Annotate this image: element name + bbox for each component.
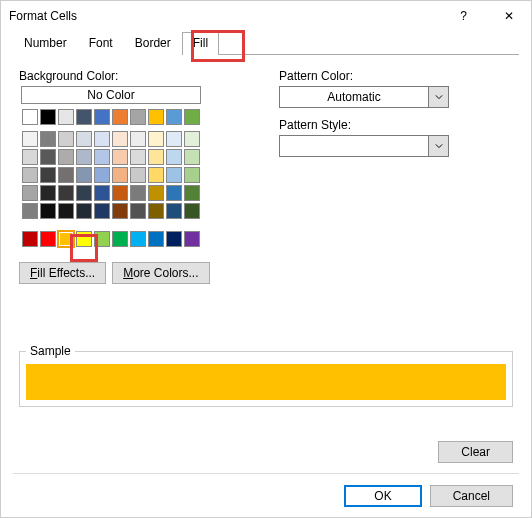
color-swatch[interactable] bbox=[94, 109, 110, 125]
sample-area: Sample bbox=[19, 351, 513, 407]
standard-color-row bbox=[21, 230, 201, 248]
color-swatch[interactable] bbox=[40, 109, 56, 125]
color-swatch[interactable] bbox=[22, 109, 38, 125]
color-swatch[interactable] bbox=[22, 131, 38, 147]
color-swatch[interactable] bbox=[166, 149, 182, 165]
color-swatch[interactable] bbox=[112, 203, 128, 219]
color-swatch[interactable] bbox=[40, 185, 56, 201]
color-swatch[interactable] bbox=[130, 231, 146, 247]
color-swatch[interactable] bbox=[40, 203, 56, 219]
color-swatch[interactable] bbox=[166, 167, 182, 183]
color-swatch[interactable] bbox=[58, 149, 74, 165]
color-swatch[interactable] bbox=[148, 131, 164, 147]
color-swatch[interactable] bbox=[58, 109, 74, 125]
color-swatch[interactable] bbox=[112, 109, 128, 125]
dialog-content: Background Color: No Color Fill Effects.… bbox=[1, 55, 531, 294]
color-swatch[interactable] bbox=[22, 231, 38, 247]
color-swatch[interactable] bbox=[94, 149, 110, 165]
color-swatch[interactable] bbox=[76, 185, 92, 201]
pattern-style-label: Pattern Style: bbox=[279, 118, 513, 132]
color-swatch[interactable] bbox=[112, 231, 128, 247]
no-color-button[interactable]: No Color bbox=[21, 86, 201, 104]
close-button[interactable]: ✕ bbox=[486, 1, 531, 31]
color-swatch[interactable] bbox=[184, 203, 200, 219]
color-swatch[interactable] bbox=[58, 185, 74, 201]
dialog-footer: OK Cancel bbox=[344, 485, 513, 507]
background-color-label: Background Color: bbox=[19, 69, 239, 83]
fill-effects-button[interactable]: Fill Effects... bbox=[19, 262, 106, 284]
color-swatch[interactable] bbox=[76, 203, 92, 219]
chevron-down-icon bbox=[428, 87, 448, 107]
color-swatch[interactable] bbox=[166, 131, 182, 147]
color-swatch[interactable] bbox=[184, 185, 200, 201]
pattern-style-dropdown[interactable] bbox=[279, 135, 449, 157]
tab-number[interactable]: Number bbox=[13, 32, 78, 55]
format-cells-dialog: Format Cells ? ✕ NumberFontBorderFill Ba… bbox=[0, 0, 532, 518]
color-swatch[interactable] bbox=[76, 131, 92, 147]
color-swatch[interactable] bbox=[40, 231, 56, 247]
color-swatch[interactable] bbox=[94, 231, 110, 247]
color-swatch[interactable] bbox=[76, 109, 92, 125]
color-swatch[interactable] bbox=[22, 149, 38, 165]
color-swatch[interactable] bbox=[58, 167, 74, 183]
color-swatch[interactable] bbox=[76, 167, 92, 183]
color-swatch[interactable] bbox=[148, 231, 164, 247]
color-swatch[interactable] bbox=[22, 203, 38, 219]
color-swatch[interactable] bbox=[130, 131, 146, 147]
clear-button[interactable]: Clear bbox=[438, 441, 513, 463]
color-swatch[interactable] bbox=[58, 131, 74, 147]
color-swatch[interactable] bbox=[94, 131, 110, 147]
tab-border[interactable]: Border bbox=[124, 32, 182, 55]
color-swatch[interactable] bbox=[94, 167, 110, 183]
color-swatch[interactable] bbox=[94, 185, 110, 201]
color-swatch[interactable] bbox=[166, 203, 182, 219]
titlebar: Format Cells ? ✕ bbox=[1, 1, 531, 31]
color-swatch[interactable] bbox=[94, 203, 110, 219]
color-swatch[interactable] bbox=[58, 203, 74, 219]
theme-color-grid bbox=[21, 108, 201, 220]
color-swatch[interactable] bbox=[130, 167, 146, 183]
color-swatch[interactable] bbox=[148, 149, 164, 165]
color-swatch[interactable] bbox=[76, 149, 92, 165]
color-swatch[interactable] bbox=[58, 231, 74, 247]
color-swatch[interactable] bbox=[148, 203, 164, 219]
color-swatch[interactable] bbox=[112, 131, 128, 147]
color-swatch[interactable] bbox=[166, 109, 182, 125]
color-swatch[interactable] bbox=[184, 131, 200, 147]
pattern-color-label: Pattern Color: bbox=[279, 69, 513, 83]
color-swatch[interactable] bbox=[166, 231, 182, 247]
cancel-button[interactable]: Cancel bbox=[430, 485, 513, 507]
color-swatch[interactable] bbox=[22, 185, 38, 201]
tab-fill[interactable]: Fill bbox=[182, 32, 219, 55]
color-swatch[interactable] bbox=[40, 149, 56, 165]
help-button[interactable]: ? bbox=[441, 1, 486, 31]
dialog-title: Format Cells bbox=[9, 9, 441, 23]
tab-font[interactable]: Font bbox=[78, 32, 124, 55]
sample-label: Sample bbox=[26, 344, 75, 358]
color-swatch[interactable] bbox=[40, 167, 56, 183]
color-swatch[interactable] bbox=[184, 109, 200, 125]
color-swatch[interactable] bbox=[148, 109, 164, 125]
color-swatch[interactable] bbox=[40, 131, 56, 147]
color-swatch[interactable] bbox=[148, 167, 164, 183]
chevron-down-icon bbox=[428, 136, 448, 156]
more-colors-button[interactable]: More Colors... bbox=[112, 262, 209, 284]
color-swatch[interactable] bbox=[130, 203, 146, 219]
sample-swatch bbox=[26, 364, 506, 400]
tab-strip: NumberFontBorderFill bbox=[13, 31, 519, 55]
color-swatch[interactable] bbox=[76, 231, 92, 247]
color-swatch[interactable] bbox=[112, 185, 128, 201]
color-swatch[interactable] bbox=[112, 167, 128, 183]
color-swatch[interactable] bbox=[112, 149, 128, 165]
color-swatch[interactable] bbox=[184, 167, 200, 183]
color-swatch[interactable] bbox=[166, 185, 182, 201]
pattern-color-dropdown[interactable]: Automatic bbox=[279, 86, 449, 108]
color-swatch[interactable] bbox=[22, 167, 38, 183]
color-swatch[interactable] bbox=[130, 109, 146, 125]
color-swatch[interactable] bbox=[148, 185, 164, 201]
color-swatch[interactable] bbox=[184, 149, 200, 165]
ok-button[interactable]: OK bbox=[344, 485, 421, 507]
color-swatch[interactable] bbox=[130, 149, 146, 165]
color-swatch[interactable] bbox=[130, 185, 146, 201]
color-swatch[interactable] bbox=[184, 231, 200, 247]
